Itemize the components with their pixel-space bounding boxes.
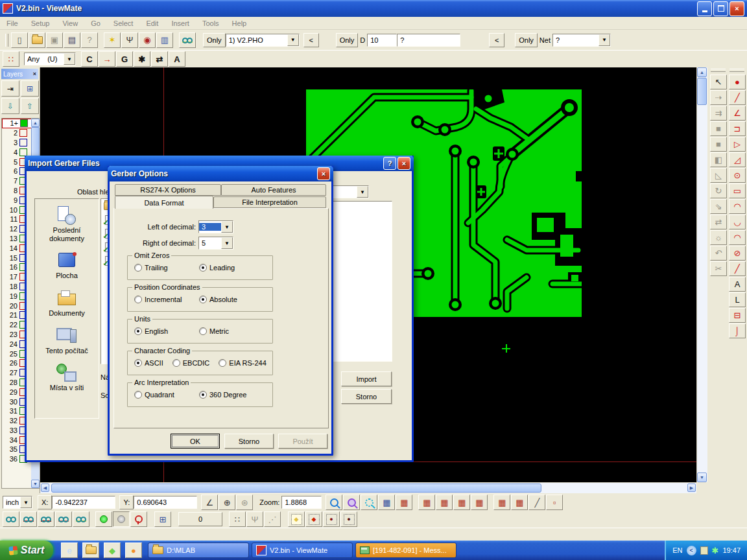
film-column-icon[interactable]: ▥ bbox=[156, 32, 173, 48]
scroll-right-icon[interactable]: ▶ bbox=[687, 484, 696, 492]
scroll-up-icon[interactable]: ▲ bbox=[697, 67, 707, 77]
place-documents[interactable]: Dokumenty bbox=[37, 288, 97, 318]
zoom-value[interactable]: 1.8868 bbox=[281, 496, 322, 509]
select-swap-button[interactable]: ⇄ bbox=[151, 51, 168, 67]
unit-combo[interactable]: inch▼ bbox=[3, 496, 32, 509]
pan-up-icon[interactable]: ▦ bbox=[471, 495, 488, 510]
select-type-combo[interactable]: Any (U)▼ bbox=[24, 52, 76, 65]
import-button[interactable]: Import bbox=[341, 371, 392, 386]
layer-down-icon[interactable]: ⇩ bbox=[1, 98, 19, 114]
grid-dots-icon[interactable]: ∷ bbox=[229, 511, 246, 527]
gerber-ok-button[interactable]: OK bbox=[171, 434, 220, 449]
scroll-down-icon[interactable]: ▼ bbox=[31, 480, 40, 488]
chevron-down-icon[interactable]: ▼ bbox=[287, 34, 299, 46]
toolbar-grip[interactable] bbox=[729, 69, 744, 72]
marker-dots-icon[interactable]: ∷ bbox=[3, 51, 19, 67]
tile-windows-icon[interactable]: ⊞ bbox=[154, 511, 171, 527]
origin-icon[interactable]: ⊕ bbox=[219, 495, 235, 510]
pan-down-icon[interactable]: ▦ bbox=[453, 495, 470, 510]
only-layer-button[interactable]: Only bbox=[203, 33, 226, 47]
menu-tools[interactable]: Tools bbox=[202, 19, 219, 27]
drill-icon[interactable]: ◉ bbox=[139, 32, 156, 48]
radio-incremental[interactable]: Incremental bbox=[134, 296, 190, 303]
fill-square-icon[interactable]: ■ bbox=[710, 121, 727, 136]
place-network[interactable]: Místa v síti bbox=[37, 363, 97, 392]
select-area-icon[interactable]: ▫ bbox=[546, 495, 563, 510]
close-button[interactable]: × bbox=[397, 157, 410, 170]
move-items-icon[interactable]: ⇉ bbox=[710, 106, 727, 121]
print-icon[interactable]: ▤ bbox=[64, 32, 80, 48]
draw-rect-icon[interactable]: ▭ bbox=[729, 183, 746, 198]
pad-dark-icon[interactable] bbox=[323, 511, 340, 527]
menu-help[interactable]: Help bbox=[232, 19, 247, 27]
view-lines-glasses-icon[interactable] bbox=[20, 511, 37, 527]
draw-arc-line-icon[interactable]: ◠ bbox=[729, 199, 746, 214]
draw-arc-slash-icon[interactable]: ⊘ bbox=[729, 246, 746, 261]
scroll-left-icon[interactable]: ◀ bbox=[41, 484, 49, 492]
draw-line-icon[interactable]: ╱ bbox=[729, 90, 746, 105]
draw-bracket-icon[interactable]: ⊟ bbox=[729, 308, 746, 323]
zoom-window-icon[interactable] bbox=[361, 495, 377, 510]
stretch-icon[interactable]: ╱ bbox=[528, 495, 545, 510]
chevron-down-icon[interactable]: ▼ bbox=[64, 53, 75, 65]
measure-glasses-icon[interactable] bbox=[179, 32, 196, 48]
draw-path-icon[interactable]: ⊐ bbox=[729, 121, 746, 136]
gear-icon[interactable]: ☼ bbox=[710, 230, 727, 245]
scroll-thumb[interactable] bbox=[51, 484, 541, 493]
reader-icon[interactable]: ◆ bbox=[104, 542, 121, 558]
pan-right-icon[interactable]: ▦ bbox=[436, 495, 453, 510]
radio-quadrant[interactable]: Quadrant bbox=[134, 391, 190, 399]
select-c-button[interactable]: C bbox=[81, 51, 98, 67]
toolbar-grip[interactable] bbox=[711, 69, 726, 72]
right-of-decimal-combo[interactable]: 5▼ bbox=[198, 237, 233, 250]
layer-up-icon[interactable]: ⇧ bbox=[21, 98, 39, 114]
scale-icon[interactable]: ⇘ bbox=[710, 199, 727, 214]
menu-setup[interactable]: Setup bbox=[31, 19, 50, 27]
cursor-icon[interactable]: ↖ bbox=[710, 75, 727, 89]
highlight-on-icon[interactable] bbox=[95, 511, 112, 527]
task-viewmate[interactable]: V2.bin - ViewMate bbox=[252, 542, 353, 558]
view-trace-glasses-icon[interactable] bbox=[55, 511, 72, 527]
dcode-query-input[interactable]: ? bbox=[397, 34, 460, 47]
context-help-icon[interactable]: ? bbox=[81, 32, 98, 48]
prev-layer-button[interactable]: < bbox=[303, 33, 319, 47]
dcode-input[interactable]: 10 bbox=[367, 34, 397, 47]
tab-auto-features[interactable]: Auto Features bbox=[221, 184, 326, 196]
view-pads-glasses-icon[interactable] bbox=[38, 511, 54, 527]
view-sketch-glasses-icon[interactable] bbox=[73, 511, 89, 527]
prev-dcode-button[interactable]: < bbox=[489, 33, 504, 47]
radio-leading[interactable]: Leading bbox=[199, 264, 235, 272]
pad-black-icon[interactable] bbox=[340, 511, 357, 527]
tray-messenger-icon[interactable]: ✱ bbox=[712, 546, 719, 555]
grid-chart-icon[interactable]: ▦ bbox=[378, 495, 395, 510]
restore-button[interactable] bbox=[713, 1, 728, 16]
spiral-probe-icon[interactable]: ⊛ bbox=[236, 495, 253, 510]
rotate-icon[interactable]: ↻ bbox=[710, 183, 727, 198]
fill-square2-icon[interactable]: ■ bbox=[710, 137, 727, 152]
angle-measure-icon[interactable]: ∠ bbox=[201, 495, 218, 510]
chevron-down-icon[interactable]: ▼ bbox=[20, 496, 32, 508]
chevron-down-icon[interactable]: ▼ bbox=[221, 237, 233, 249]
layer-combo[interactable]: 1) V2.PHO▼ bbox=[226, 34, 300, 47]
task-explorer[interactable]: D:\MLAB bbox=[148, 542, 249, 558]
radio-ascii[interactable]: ASCII bbox=[134, 359, 163, 367]
undo-icon[interactable]: ↶ bbox=[710, 246, 727, 261]
pan-left-icon[interactable]: ▦ bbox=[418, 495, 435, 510]
menu-select[interactable]: Select bbox=[113, 19, 134, 27]
new-icon[interactable]: ▯ bbox=[11, 32, 28, 48]
scroll-down-icon[interactable]: ▼ bbox=[697, 472, 707, 482]
select-g-button[interactable]: G bbox=[116, 51, 133, 67]
menu-edit[interactable]: Edit bbox=[146, 19, 158, 27]
tab-file-interpretation[interactable]: File Interpretation bbox=[213, 196, 326, 208]
help-button[interactable]: ? bbox=[383, 157, 396, 170]
flash-icon[interactable]: ✶ bbox=[104, 32, 121, 48]
anchor-icon[interactable]: Ψ bbox=[246, 511, 263, 527]
chevron-down-icon[interactable]: ▼ bbox=[221, 221, 233, 233]
select-pad-button[interactable]: ✱ bbox=[134, 51, 150, 67]
vertical-scrollbar[interactable]: ▲ ▼ bbox=[696, 67, 707, 482]
draw-polyline-icon[interactable]: ∠ bbox=[729, 106, 746, 121]
minimize-button[interactable] bbox=[697, 1, 712, 16]
board-outline-icon[interactable]: Ψ bbox=[121, 32, 138, 48]
chevron-down-icon[interactable]: ▼ bbox=[357, 186, 368, 198]
open-icon[interactable] bbox=[29, 32, 45, 48]
